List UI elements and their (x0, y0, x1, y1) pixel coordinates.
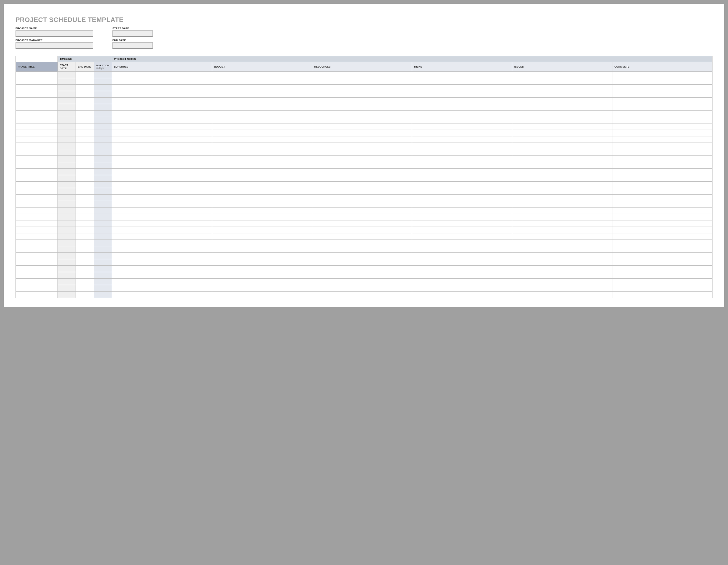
cell-start-date[interactable] (58, 123, 76, 130)
cell-schedule[interactable] (112, 246, 212, 253)
cell-schedule[interactable] (112, 233, 212, 240)
cell-resources[interactable] (312, 278, 412, 285)
cell-budget[interactable] (212, 233, 312, 240)
cell-end-date[interactable] (76, 292, 94, 298)
cell-budget[interactable] (212, 117, 312, 123)
cell-start-date[interactable] (58, 233, 76, 240)
cell-resources[interactable] (312, 104, 412, 110)
cell-end-date[interactable] (76, 175, 94, 182)
cell-duration[interactable] (94, 266, 112, 272)
cell-start-date[interactable] (58, 143, 76, 149)
project-manager-input[interactable] (16, 42, 93, 49)
cell-budget[interactable] (212, 136, 312, 143)
cell-comments[interactable] (612, 182, 712, 188)
cell-duration[interactable] (94, 156, 112, 162)
cell-budget[interactable] (212, 91, 312, 98)
cell-resources[interactable] (312, 207, 412, 214)
cell-comments[interactable] (612, 285, 712, 292)
cell-risks[interactable] (412, 149, 512, 156)
cell-issues[interactable] (512, 91, 612, 98)
cell-phase[interactable] (16, 143, 58, 149)
cell-budget[interactable] (212, 272, 312, 278)
cell-phase[interactable] (16, 246, 58, 253)
cell-risks[interactable] (412, 110, 512, 117)
cell-risks[interactable] (412, 91, 512, 98)
cell-schedule[interactable] (112, 194, 212, 201)
cell-start-date[interactable] (58, 72, 76, 78)
cell-risks[interactable] (412, 201, 512, 207)
cell-phase[interactable] (16, 104, 58, 110)
cell-phase[interactable] (16, 233, 58, 240)
cell-phase[interactable] (16, 272, 58, 278)
cell-phase[interactable] (16, 182, 58, 188)
cell-start-date[interactable] (58, 149, 76, 156)
cell-risks[interactable] (412, 233, 512, 240)
cell-schedule[interactable] (112, 240, 212, 246)
cell-end-date[interactable] (76, 194, 94, 201)
cell-schedule[interactable] (112, 285, 212, 292)
cell-resources[interactable] (312, 91, 412, 98)
cell-budget[interactable] (212, 201, 312, 207)
cell-issues[interactable] (512, 272, 612, 278)
cell-comments[interactable] (612, 78, 712, 85)
cell-start-date[interactable] (58, 162, 76, 169)
cell-phase[interactable] (16, 214, 58, 220)
cell-schedule[interactable] (112, 214, 212, 220)
cell-resources[interactable] (312, 246, 412, 253)
cell-schedule[interactable] (112, 201, 212, 207)
cell-risks[interactable] (412, 240, 512, 246)
cell-resources[interactable] (312, 162, 412, 169)
cell-budget[interactable] (212, 156, 312, 162)
cell-phase[interactable] (16, 110, 58, 117)
cell-comments[interactable] (612, 162, 712, 169)
cell-end-date[interactable] (76, 240, 94, 246)
cell-risks[interactable] (412, 117, 512, 123)
cell-resources[interactable] (312, 194, 412, 201)
cell-issues[interactable] (512, 175, 612, 182)
cell-resources[interactable] (312, 72, 412, 78)
cell-phase[interactable] (16, 136, 58, 143)
cell-end-date[interactable] (76, 259, 94, 266)
cell-comments[interactable] (612, 201, 712, 207)
cell-end-date[interactable] (76, 72, 94, 78)
cell-comments[interactable] (612, 91, 712, 98)
cell-phase[interactable] (16, 149, 58, 156)
cell-budget[interactable] (212, 110, 312, 117)
cell-schedule[interactable] (112, 266, 212, 272)
cell-issues[interactable] (512, 201, 612, 207)
cell-duration[interactable] (94, 123, 112, 130)
cell-issues[interactable] (512, 149, 612, 156)
cell-resources[interactable] (312, 123, 412, 130)
cell-resources[interactable] (312, 182, 412, 188)
end-date-input[interactable] (112, 42, 153, 49)
cell-risks[interactable] (412, 123, 512, 130)
cell-issues[interactable] (512, 85, 612, 91)
cell-schedule[interactable] (112, 278, 212, 285)
cell-budget[interactable] (212, 278, 312, 285)
cell-resources[interactable] (312, 143, 412, 149)
cell-end-date[interactable] (76, 233, 94, 240)
cell-duration[interactable] (94, 272, 112, 278)
cell-comments[interactable] (612, 72, 712, 78)
cell-duration[interactable] (94, 233, 112, 240)
cell-schedule[interactable] (112, 110, 212, 117)
cell-end-date[interactable] (76, 143, 94, 149)
cell-start-date[interactable] (58, 188, 76, 194)
cell-end-date[interactable] (76, 104, 94, 110)
cell-resources[interactable] (312, 110, 412, 117)
cell-schedule[interactable] (112, 98, 212, 104)
cell-issues[interactable] (512, 169, 612, 175)
cell-start-date[interactable] (58, 156, 76, 162)
cell-risks[interactable] (412, 85, 512, 91)
cell-resources[interactable] (312, 233, 412, 240)
cell-issues[interactable] (512, 220, 612, 227)
cell-resources[interactable] (312, 285, 412, 292)
cell-budget[interactable] (212, 85, 312, 91)
cell-comments[interactable] (612, 110, 712, 117)
cell-resources[interactable] (312, 227, 412, 233)
cell-phase[interactable] (16, 207, 58, 214)
cell-schedule[interactable] (112, 227, 212, 233)
cell-phase[interactable] (16, 156, 58, 162)
cell-risks[interactable] (412, 72, 512, 78)
cell-duration[interactable] (94, 278, 112, 285)
